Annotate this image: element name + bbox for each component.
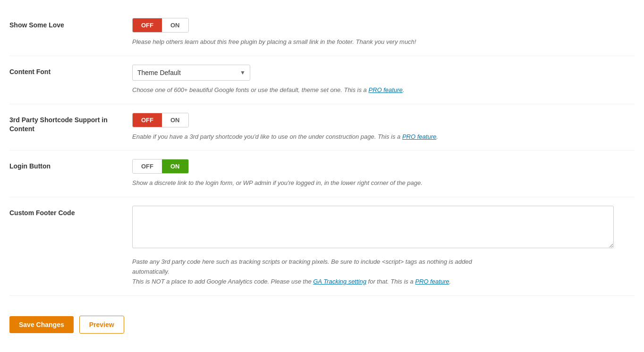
third-party-pro-link[interactable]: PRO feature [402, 133, 436, 140]
content-font-pro-link[interactable]: PRO feature [368, 86, 402, 93]
save-changes-button[interactable]: Save Changes [9, 316, 74, 333]
content-font-select-wrap: Theme Default ▼ [132, 65, 250, 81]
custom-footer-pro-link[interactable]: PRO feature [415, 278, 449, 285]
show-some-love-on-button[interactable]: ON [162, 18, 188, 32]
login-button-on-button[interactable]: ON [162, 159, 188, 173]
content-font-label: Content Font [9, 65, 132, 77]
content-font-description: Choose one of 600+ beautiful Google font… [132, 85, 604, 95]
show-some-love-off-button[interactable]: OFF [133, 18, 162, 32]
custom-footer-desc-line3-before: This is NOT a place to add Google Analyt… [132, 278, 313, 285]
third-party-shortcode-control: OFF ON Enable if you have a 3rd party sh… [132, 113, 635, 142]
third-party-shortcode-off-button[interactable]: OFF [133, 113, 162, 127]
third-party-shortcode-row: 3rd Party Shortcode Support in Content O… [9, 104, 635, 151]
ga-tracking-link[interactable]: GA Tracking setting [313, 278, 366, 285]
third-party-shortcode-label: 3rd Party Shortcode Support in Content [9, 113, 132, 134]
custom-footer-desc-line3-middle: for that. This is a [366, 278, 415, 285]
show-some-love-row: Show Some Love OFF ON Please help others… [9, 9, 635, 56]
third-party-shortcode-description: Enable if you have a 3rd party shortcode… [132, 132, 604, 142]
content-font-desc-before: Choose one of 600+ beautiful Google font… [132, 86, 368, 93]
login-button-off-button[interactable]: OFF [133, 159, 162, 173]
show-some-love-toggle[interactable]: OFF ON [132, 18, 189, 33]
login-button-label: Login Button [9, 159, 132, 171]
custom-footer-code-description: Paste any 3rd party code here such as tr… [132, 257, 604, 286]
login-button-row: Login Button OFF ON Show a discrete link… [9, 151, 635, 197]
content-font-control: Theme Default ▼ Choose one of 600+ beaut… [132, 65, 635, 95]
third-party-shortcode-toggle[interactable]: OFF ON [132, 113, 189, 127]
show-some-love-control: OFF ON Please help others learn about th… [132, 18, 635, 47]
content-font-desc-after: . [403, 86, 405, 93]
preview-button[interactable]: Preview [79, 316, 124, 334]
footer-buttons: Save Changes Preview [9, 307, 635, 334]
login-button-control: OFF ON Show a discrete link to the login… [132, 159, 635, 188]
custom-footer-desc-line2: automatically. [132, 268, 169, 275]
custom-footer-code-row: Custom Footer Code Paste any 3rd party c… [9, 197, 635, 295]
content-font-select[interactable]: Theme Default [132, 65, 250, 81]
custom-footer-desc-line1: Paste any 3rd party code here such as tr… [132, 258, 472, 265]
login-button-toggle[interactable]: OFF ON [132, 159, 189, 174]
custom-footer-code-control: Paste any 3rd party code here such as tr… [132, 206, 635, 286]
content-font-row: Content Font Theme Default ▼ Choose one … [9, 56, 635, 104]
custom-footer-code-label: Custom Footer Code [9, 206, 132, 218]
settings-page: Show Some Love OFF ON Please help others… [0, 0, 644, 352]
custom-footer-code-textarea[interactable] [132, 206, 614, 248]
custom-footer-desc-line3-after: . [449, 278, 451, 285]
login-button-description: Show a discrete link to the login form, … [132, 178, 604, 188]
third-party-desc-before: Enable if you have a 3rd party shortcode… [132, 133, 402, 140]
third-party-desc-after: . [436, 133, 438, 140]
show-some-love-label: Show Some Love [9, 18, 132, 30]
third-party-shortcode-on-button[interactable]: ON [162, 113, 188, 127]
show-some-love-description: Please help others learn about this free… [132, 37, 604, 47]
